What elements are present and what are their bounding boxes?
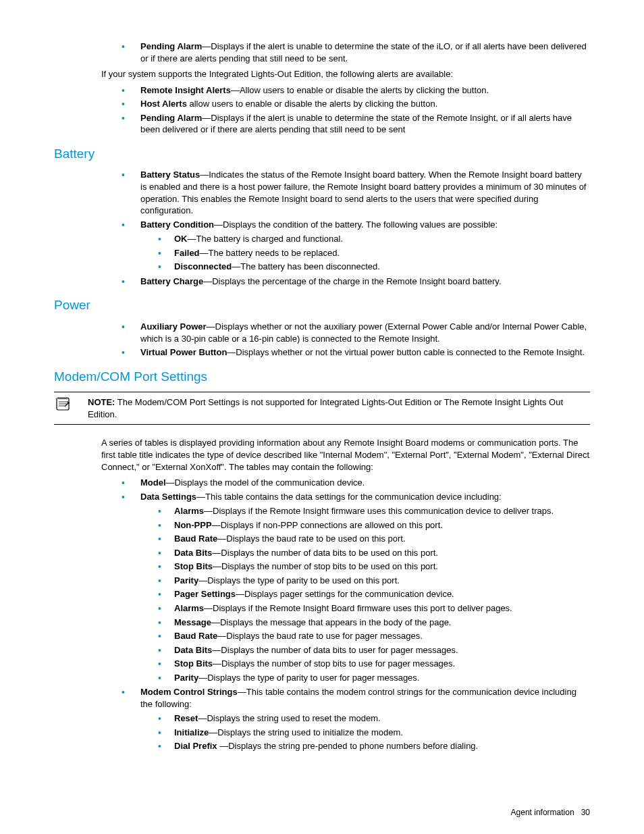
list-item: Non-PPP—Displays if non-PPP connections … xyxy=(158,519,590,531)
list-item: Data Settings—This table contains the da… xyxy=(122,491,590,684)
term: Data Settings xyxy=(140,492,196,502)
desc: —Displays whether or not the virtual pow… xyxy=(227,347,585,357)
intro-list-1: Pending Alarm—Displays if the alert is u… xyxy=(101,41,590,64)
list-item: Auxiliary Power—Displays whether or not … xyxy=(122,321,590,344)
desc: —Displays the string used to reset the m… xyxy=(198,713,380,723)
term: Parity xyxy=(174,673,198,683)
list-item: OK—The battery is charged and functional… xyxy=(158,233,590,245)
note-body: The Modem/COM Port Settings is not suppo… xyxy=(88,397,563,419)
term: Dial Prefix xyxy=(174,741,219,751)
term: Auxiliary Power xyxy=(140,321,207,332)
power-heading: Power xyxy=(54,296,590,314)
list-item: Stop Bits—Displays the number of stop bi… xyxy=(158,658,590,670)
list-item: Alarms—Displays if the Remote Insight fi… xyxy=(158,505,590,517)
term: Host Alerts xyxy=(140,99,187,109)
list-item: Dial Prefix —Displays the string pre-pen… xyxy=(158,740,590,752)
desc: —The battery is charged and functional. xyxy=(188,234,344,244)
note-block: NOTE: The Modem/COM Port Settings is not… xyxy=(54,392,590,425)
term: Modem Control Strings xyxy=(140,687,238,697)
desc: —Displays if the Remote Insight Board fi… xyxy=(204,603,512,613)
list-item: Failed—The battery needs to be replaced. xyxy=(158,247,590,259)
list-item: Battery Charge—Displays the percentage o… xyxy=(122,276,590,288)
term: Model xyxy=(140,477,166,488)
desc: —Indicates the status of the Remote Insi… xyxy=(140,170,586,215)
list-item: Disconnected—The battery has been discon… xyxy=(158,261,590,273)
modem-para: A series of tables is displayed providin… xyxy=(101,437,590,473)
desc: —Displays if the Remote Insight firmware… xyxy=(204,506,554,516)
term: Alarms xyxy=(174,506,204,516)
battery-section: Battery Status—Indicates the status of t… xyxy=(101,169,590,287)
power-list: Auxiliary Power—Displays whether or not … xyxy=(101,321,590,359)
list-item: Message—Displays the message that appear… xyxy=(158,617,590,629)
term: Reset xyxy=(174,713,198,723)
list-item: Pending Alarm—Displays if the alert is u… xyxy=(122,41,590,64)
list-item: Parity—Displays the type of parity to be… xyxy=(158,575,590,587)
list-item: Virtual Power Button—Displays whether or… xyxy=(122,346,590,359)
list-item: Stop Bits—Displays the number of stop bi… xyxy=(158,561,590,573)
desc: —Displays if non-PPP connections are all… xyxy=(212,520,443,530)
term: Stop Bits xyxy=(174,561,213,571)
desc: —Displays the type of parity to user for… xyxy=(198,673,419,683)
desc: —Displays the number of data bits to use… xyxy=(212,645,458,655)
intro-section: Pending Alarm—Displays if the alert is u… xyxy=(101,41,590,136)
desc: —Displays the number of data bits to be … xyxy=(212,548,438,558)
battery-list: Battery Status—Indicates the status of t… xyxy=(101,169,590,287)
term: Pending Alarm xyxy=(140,41,202,51)
desc: —Displays pager settings for the communi… xyxy=(236,589,454,599)
term: Virtual Power Button xyxy=(140,347,227,357)
term: Data Bits xyxy=(174,548,212,558)
term: Pending Alarm xyxy=(140,113,202,123)
term: Initialize xyxy=(174,727,209,737)
list-item: Pending Alarm—Displays if the alert is u… xyxy=(122,112,590,136)
note-text: NOTE: The Modem/COM Port Settings is not… xyxy=(88,396,590,420)
list-item: Data Bits—Displays the number of data bi… xyxy=(158,547,590,559)
desc: —Displays the baud rate to be used on th… xyxy=(217,533,405,544)
term: Baud Rate xyxy=(174,533,217,544)
list-item: Parity—Displays the type of parity to us… xyxy=(158,672,590,684)
modem-heading: Modem/COM Port Settings xyxy=(54,368,590,386)
term: Parity xyxy=(174,575,198,585)
term: Failed xyxy=(174,248,200,258)
list-item: Model—Displays the model of the communic… xyxy=(122,477,590,489)
term: Non-PPP xyxy=(174,520,212,530)
desc: —Displays if the alert is unable to dete… xyxy=(140,113,572,135)
note-label: NOTE: xyxy=(88,397,115,407)
term: Remote Insight Alerts xyxy=(140,85,231,95)
desc: —Displays whether or not the auxiliary p… xyxy=(140,321,587,344)
term: Battery Charge xyxy=(140,276,203,286)
desc: —This table contains the data settings f… xyxy=(196,492,502,502)
desc: —Displays the baud rate to use for pager… xyxy=(217,631,423,641)
list-item: Battery Condition—Displays the condition… xyxy=(122,219,590,273)
desc: —Displays the number of stop bits to be … xyxy=(213,561,438,571)
modem-section: A series of tables is displayed providin… xyxy=(101,437,590,752)
list-item: Modem Control Strings—This table contain… xyxy=(122,686,590,752)
term: Battery Status xyxy=(140,170,200,180)
list-item: Remote Insight Alerts—Allow users to ena… xyxy=(122,84,590,97)
term: Stop Bits xyxy=(174,658,213,669)
term: Pager Settings xyxy=(174,589,236,599)
desc: —Displays the message that appears in th… xyxy=(211,617,452,627)
desc: —Displays the type of parity to be used … xyxy=(198,575,400,585)
list-item: Host Alerts allow users to enable or dis… xyxy=(122,98,590,110)
term: Disconnected xyxy=(174,261,232,271)
list-item: Reset—Displays the string used to reset … xyxy=(158,712,590,725)
desc: —Displays the number of stop bits to use… xyxy=(213,658,455,669)
desc: —Displays the condition of the battery. … xyxy=(214,219,498,230)
note-icon xyxy=(54,396,88,411)
list-item: Pager Settings—Displays pager settings f… xyxy=(158,588,590,600)
power-section: Auxiliary Power—Displays whether or not … xyxy=(101,321,590,359)
desc: —Allow users to enable or disable the al… xyxy=(231,85,489,95)
mcs-sublist: Reset—Displays the string used to reset … xyxy=(140,712,590,752)
term: Data Bits xyxy=(174,645,212,655)
intro-supports-text: If your system supports the Integrated L… xyxy=(101,68,590,80)
desc: —Displays the model of the communication… xyxy=(166,477,365,488)
desc: —Displays the string pre-pended to phone… xyxy=(219,741,478,751)
battery-heading: Battery xyxy=(54,145,590,163)
list-item: Alarms—Displays if the Remote Insight Bo… xyxy=(158,602,590,615)
list-item: Initialize—Displays the string used to i… xyxy=(158,727,590,739)
desc: allow users to enable or disable the ale… xyxy=(187,99,437,109)
data-settings-sublist: Alarms—Displays if the Remote Insight fi… xyxy=(140,505,590,683)
desc: —The battery needs to be replaced. xyxy=(200,248,340,258)
term: Baud Rate xyxy=(174,631,217,641)
desc: —The battery has been disconnected. xyxy=(232,261,380,271)
